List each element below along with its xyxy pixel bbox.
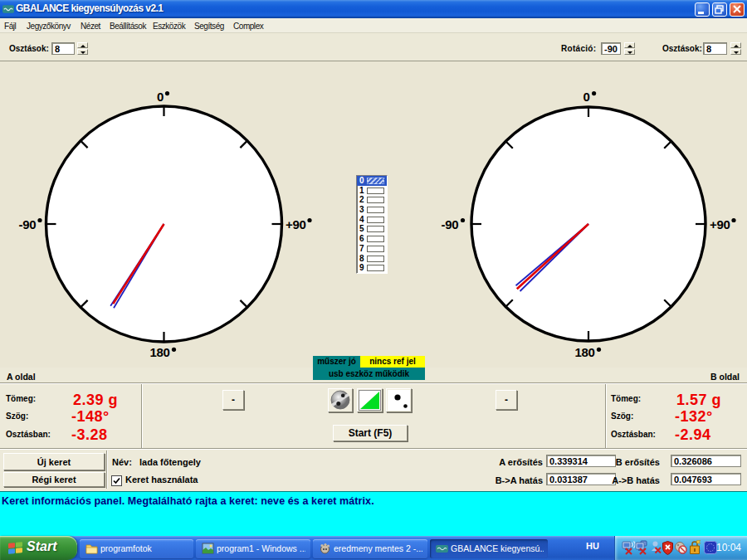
svg-text:180: 180 xyxy=(575,345,595,359)
svg-text:-90: -90 xyxy=(19,217,37,231)
svg-text:180: 180 xyxy=(150,345,170,359)
svg-text:-90: -90 xyxy=(442,217,459,231)
svg-text:0: 0 xyxy=(157,90,164,104)
svg-text:+90: +90 xyxy=(710,217,730,231)
svg-text:+90: +90 xyxy=(286,217,306,231)
svg-text:0: 0 xyxy=(583,90,590,104)
